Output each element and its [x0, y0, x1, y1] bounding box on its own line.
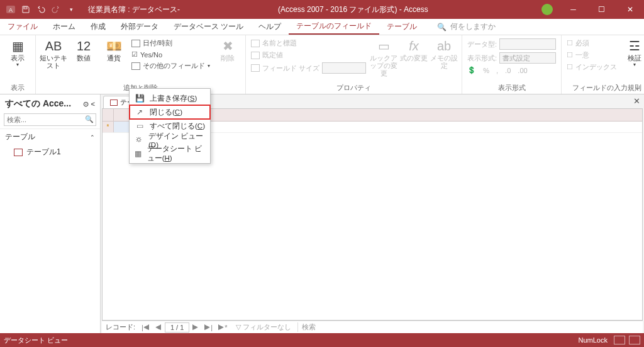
number-icon: 12	[77, 38, 91, 54]
dec-dec-icon: .00	[518, 67, 527, 74]
navigation-pane: すべての Acce... ⊙< 🔍 テーブル ⌃ テーブル1	[0, 94, 101, 333]
tab-dbtools[interactable]: データベース ツール	[166, 19, 251, 35]
tab-file[interactable]: ファイル	[0, 19, 45, 35]
default-value-label: 既定値	[262, 50, 283, 60]
menu-datasheet-label: データシート ビュー(H)	[147, 144, 205, 163]
indexed-label: インデックス	[575, 62, 617, 72]
table-icon	[14, 149, 23, 156]
tell-me-search[interactable]: 🔍 何をしますか	[425, 19, 496, 35]
nav-search-input[interactable]	[4, 113, 96, 126]
memo-button: ab メモの設定	[430, 38, 458, 69]
menu-close[interactable]: ↗ 閉じる(C)	[130, 105, 210, 119]
close-icon: ↗	[135, 108, 145, 117]
record-label: レコード:	[102, 322, 139, 332]
minimize-button[interactable]: ─	[559, 0, 587, 19]
unique-label: 一意	[575, 50, 589, 60]
size-icon	[251, 64, 260, 72]
select-all-corner[interactable]	[103, 109, 114, 121]
title-bar: A ▾ 従業員名簿 : データベース- (Access 2007 - 2016 …	[0, 0, 644, 19]
nav-dropdown-icon[interactable]: ⊙	[83, 100, 89, 108]
currency-label: 通貨	[107, 54, 121, 62]
dec-inc-icon: .0	[505, 67, 511, 74]
maximize-button[interactable]: ☐	[587, 0, 616, 19]
view-switcher	[614, 336, 640, 344]
lookup-label: ルックアップの変更	[370, 54, 397, 77]
tab-help[interactable]: ヘルプ	[251, 19, 289, 35]
nav-header[interactable]: すべての Acce... ⊙<	[0, 94, 100, 113]
caption-icon	[251, 40, 260, 47]
save-icon: 💾	[135, 94, 145, 103]
currency-fmt-icon: 💲	[467, 66, 476, 74]
nav-item-label: テーブル1	[26, 147, 61, 157]
ribbon-collapse-button[interactable]: ⌄	[635, 83, 640, 91]
design-view-button[interactable]	[629, 336, 640, 344]
prev-record-button[interactable]: ⯇	[153, 324, 165, 331]
date-time-button[interactable]: 日付/時刻	[130, 38, 211, 48]
svg-rect-2	[24, 7, 27, 9]
design-view-icon: ⛭	[135, 135, 143, 144]
other-fields-button[interactable]: その他のフィールド▾	[130, 60, 211, 71]
user-avatar[interactable]	[541, 4, 553, 15]
next-record-button[interactable]: ⯈	[189, 324, 201, 331]
new-row-marker: *	[103, 122, 114, 132]
nav-search: 🔍	[4, 113, 96, 126]
field-size-label: フィールド サイズ	[262, 64, 319, 73]
nav-item-table1[interactable]: テーブル1	[0, 145, 100, 159]
short-text-label: 短いテキスト	[40, 54, 67, 69]
redo-icon[interactable]	[49, 3, 63, 16]
record-search[interactable]: 検索	[297, 322, 335, 332]
workspace: すべての Acce... ⊙< 🔍 テーブル ⌃ テーブル1 テー ✕	[0, 94, 644, 333]
currency-button[interactable]: 💴 通貨	[100, 38, 128, 62]
more-icon	[131, 62, 140, 70]
last-record-button[interactable]: ⯈|	[201, 324, 215, 331]
window-title: 従業員名簿 : データベース- (Access 2007 - 2016 ファイル…	[82, 4, 541, 15]
date-time-label: 日付/時刻	[143, 38, 172, 48]
menu-datasheet-view[interactable]: ▦ データシート ビュー(H)	[130, 147, 210, 161]
new-record-button[interactable]: ⯈*	[215, 324, 230, 331]
percent-fmt-icon: %	[483, 67, 489, 74]
status-bar: データシート ビュー NumLock	[0, 333, 644, 347]
window-controls: ─ ☐ ✕	[559, 0, 644, 19]
tab-home[interactable]: ホーム	[45, 19, 83, 35]
nav-section-tables[interactable]: テーブル ⌃	[0, 128, 100, 145]
tab-external[interactable]: 外部データ	[113, 19, 166, 35]
close-window-button[interactable]: ✕	[616, 0, 644, 19]
tab-fields[interactable]: テーブルのフィールド	[289, 19, 379, 35]
first-record-button[interactable]: |⯇	[139, 324, 153, 331]
short-text-button[interactable]: AB 短いテキスト	[40, 38, 67, 69]
quick-access-toolbar: A ▾	[0, 0, 82, 19]
group-valid-label: フィールドの入力規則	[565, 82, 644, 93]
filter-indicator: ▽フィルターなし	[230, 322, 297, 332]
nav-collapse-icon[interactable]: <	[91, 100, 95, 108]
table-icon	[110, 100, 118, 106]
menu-save[interactable]: 💾 上書き保存(S)	[130, 91, 210, 105]
view-button[interactable]: ▦ 表示 ▾	[4, 38, 31, 67]
search-icon[interactable]: 🔍	[85, 115, 94, 123]
yes-no-button[interactable]: ☑Yes/No	[130, 50, 211, 59]
yes-no-label: Yes/No	[140, 51, 162, 59]
expr-button: fx 式の変更	[400, 38, 428, 62]
undo-icon[interactable]	[34, 3, 48, 16]
tab-table[interactable]: テーブル	[379, 19, 425, 35]
save-icon[interactable]	[19, 3, 33, 16]
tell-me-label: 何をしますか	[450, 21, 496, 32]
lookup-button: ▭ ルックアップの変更	[370, 38, 397, 77]
menu-close-label: 閉じる(C)	[150, 108, 182, 117]
datasheet-view-icon: ▦	[135, 149, 142, 158]
lookup-icon: ▭	[378, 38, 390, 54]
datasheet-view-button[interactable]	[614, 336, 625, 344]
number-label: 数値	[77, 54, 91, 62]
doc-close-button[interactable]: ✕	[633, 96, 640, 106]
expr-label: 式の変更	[400, 54, 428, 62]
indexed-check: ☐インデックス	[565, 62, 618, 72]
format-row: 表示形式:書式設定	[466, 52, 557, 64]
required-check: ☐必須	[565, 38, 618, 48]
qat-customize-icon[interactable]: ▾	[64, 3, 78, 16]
record-position[interactable]: 1 / 1	[165, 322, 189, 333]
ribbon-tabs: ファイル ホーム 作成 外部データ データベース ツール ヘルプ テーブルのフィ…	[0, 19, 644, 35]
tab-create[interactable]: 作成	[83, 19, 113, 35]
required-label: 必須	[575, 38, 589, 48]
validate-button[interactable]: ☲ 検証 ▾	[621, 38, 644, 67]
format-label: 表示形式:	[467, 54, 497, 63]
number-button[interactable]: 12 数値	[70, 38, 97, 62]
